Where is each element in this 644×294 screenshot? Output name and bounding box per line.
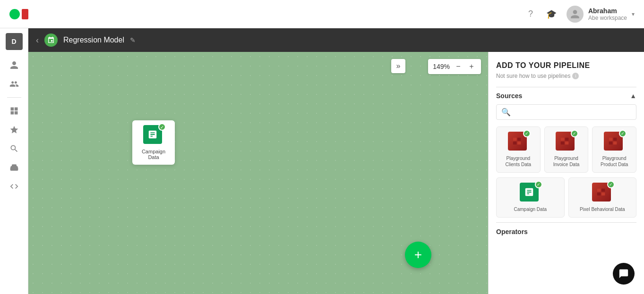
sidebar-item-brain[interactable] — [6, 159, 23, 176]
sources-section-title: Sources — [496, 92, 522, 100]
source-check-icon-campaign: ✓ — [535, 181, 542, 188]
svg-rect-12 — [597, 189, 601, 192]
expand-button[interactable]: » — [391, 59, 405, 73]
logo — [9, 9, 28, 19]
svg-rect-1 — [517, 138, 521, 141]
pipeline-icon — [44, 34, 58, 47]
chat-bubble-button[interactable] — [613, 263, 635, 285]
expand-icon: » — [396, 62, 401, 70]
svg-rect-11 — [613, 142, 617, 144]
back-button[interactable]: ‹ — [36, 35, 39, 45]
svg-rect-14 — [597, 193, 601, 195]
search-icon: 🔍 — [501, 108, 511, 117]
sidebar-item-search-person[interactable] — [6, 140, 23, 157]
left-sidebar: D — [0, 28, 28, 294]
svg-rect-6 — [561, 142, 564, 144]
sidebar-divider — [7, 97, 21, 98]
zoom-in-button[interactable]: + — [467, 62, 476, 71]
panel-title: ADD TO YOUR PIPELINE — [496, 61, 636, 70]
sources-section-header: Sources ▲ — [496, 87, 636, 104]
sidebar-item-grid[interactable] — [6, 102, 23, 119]
pipeline-title: Regression Model — [63, 36, 124, 44]
main-layout: D ‹ Regression Model ✎ — [0, 28, 644, 294]
top-header: ? 🎓 Abraham Abe workspace ▾ — [0, 0, 644, 28]
sources-grid-bottom: ✓ Campaign Data ✓ — [496, 177, 636, 218]
zoom-out-button[interactable]: − — [454, 62, 463, 71]
sources-search-bar[interactable]: 🔍 — [496, 104, 636, 120]
svg-rect-3 — [517, 142, 521, 144]
operators-section-title: Operators — [496, 228, 528, 235]
logo-green-circle — [9, 9, 20, 19]
user-workspace: Abe workspace — [588, 15, 627, 21]
source-card-playground-product[interactable]: ✓ Playground Product Data — [592, 126, 636, 173]
operators-section: Operators — [496, 222, 636, 236]
svg-rect-4 — [561, 138, 564, 141]
user-info: Abraham Abe workspace — [588, 7, 627, 21]
sidebar-item-code[interactable] — [6, 178, 23, 195]
source-label-pixel: Pixel Behavioral Data — [580, 206, 625, 212]
svg-rect-9 — [613, 138, 617, 141]
sub-header: ‹ Regression Model ✎ — [28, 28, 644, 52]
source-card-playground-clients[interactable]: ✓ Playground Clients Data — [496, 126, 541, 173]
source-icon-wrapper-pixel: ✓ — [592, 183, 613, 203]
zoom-controls: 149% − + — [428, 59, 481, 74]
source-check-icon: ✓ — [523, 130, 531, 137]
edit-icon[interactable]: ✎ — [130, 36, 136, 44]
source-card-playground-invoice[interactable]: ✓ Playground Invoice Data — [544, 126, 589, 173]
graduation-icon[interactable]: 🎓 — [546, 8, 557, 20]
source-icon-wrapper-product: ✓ — [604, 132, 625, 152]
node-icon-wrapper: ✓ — [143, 125, 164, 146]
source-icon-wrapper: ✓ — [508, 132, 529, 152]
sidebar-item-person[interactable] — [6, 57, 23, 74]
source-label-playground-clients: Playground Clients Data — [499, 155, 537, 168]
help-icon[interactable]: ? — [525, 8, 536, 20]
add-node-button[interactable]: + — [405, 242, 431, 268]
source-check-icon-product: ✓ — [619, 130, 627, 137]
svg-rect-5 — [565, 138, 568, 141]
source-icon-wrapper-campaign: ✓ — [520, 183, 541, 203]
svg-rect-15 — [601, 193, 605, 195]
avatar — [567, 6, 584, 23]
svg-rect-7 — [565, 142, 568, 144]
source-label-campaign: Campaign Data — [514, 206, 547, 212]
source-check-icon-invoice: ✓ — [571, 130, 578, 137]
sources-collapse-button[interactable]: ▲ — [630, 92, 636, 100]
panel-subtitle: Not sure how to use pipelines i — [496, 73, 636, 79]
source-icon-wrapper-invoice: ✓ — [556, 132, 576, 152]
svg-rect-10 — [609, 142, 612, 144]
source-card-campaign[interactable]: ✓ Campaign Data — [496, 177, 565, 218]
user-section[interactable]: Abraham Abe workspace ▾ — [567, 6, 635, 23]
node-check-icon: ✓ — [158, 123, 166, 131]
info-icon[interactable]: i — [572, 73, 579, 79]
svg-rect-8 — [609, 138, 612, 141]
source-card-pixel[interactable]: ✓ Pixel Behavioral Data — [568, 177, 637, 218]
panel-subtitle-text: Not sure how to use pipelines — [496, 73, 570, 79]
node-label: Campaign Data — [137, 149, 170, 160]
sources-grid-top: ✓ Playground Clients Data ✓ — [496, 126, 636, 173]
pipeline-node-campaign[interactable]: ✓ Campaign Data — [132, 120, 175, 165]
logo-red-rect — [22, 9, 28, 19]
right-panel: ADD TO YOUR PIPELINE Not sure how to use… — [488, 52, 644, 294]
svg-rect-13 — [601, 189, 605, 192]
svg-rect-0 — [513, 138, 516, 141]
user-name: Abraham — [588, 7, 627, 15]
canvas-area[interactable]: » 149% − + ✓ Campaign Data + — [28, 52, 488, 294]
zoom-level-label: 149% — [433, 63, 450, 70]
sidebar-item-group[interactable] — [6, 76, 23, 92]
source-label-playground-invoice: Playground Invoice Data — [548, 155, 585, 168]
chevron-down-icon: ▾ — [632, 11, 635, 17]
source-check-icon-pixel: ✓ — [607, 181, 615, 188]
svg-rect-2 — [513, 142, 516, 144]
header-right: ? 🎓 Abraham Abe workspace ▾ — [525, 6, 635, 23]
sidebar-item-star[interactable] — [6, 121, 23, 138]
sidebar-avatar: D — [6, 33, 23, 50]
source-label-playground-product: Playground Product Data — [595, 155, 633, 168]
